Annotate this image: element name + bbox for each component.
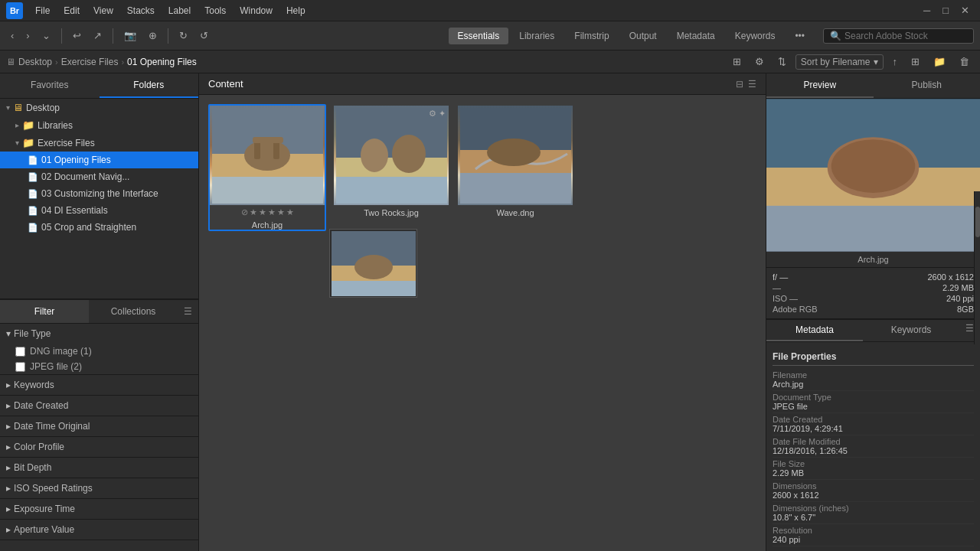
menu-tools[interactable]: Tools xyxy=(198,4,232,18)
filter-checkbox-jpeg[interactable] xyxy=(15,362,25,372)
tree-item-03[interactable]: 📄 03 Customizing the Interface xyxy=(0,185,198,202)
file-icon-05: 📄 xyxy=(28,223,38,233)
breadcrumb-grid-btn[interactable]: ⊞ xyxy=(728,54,746,70)
meta-value-datemodified: 12/18/2016, 1:26:45 xyxy=(773,446,974,455)
sort-dropdown[interactable]: Sort by Filename ▾ xyxy=(795,54,884,70)
search-input[interactable] xyxy=(844,31,967,41)
tree-item-01[interactable]: 📄 01 Opening Files xyxy=(0,152,198,168)
tab-filmstrip[interactable]: Filmstrip xyxy=(565,28,618,44)
nav-dropdown-button[interactable]: ⌄ xyxy=(38,28,55,44)
toolbar-sep3 xyxy=(168,28,168,44)
tab-filter[interactable]: Filter xyxy=(0,300,89,323)
view-options-button[interactable]: ⊞ xyxy=(906,54,924,70)
tree-item-desktop[interactable]: ▾ 🖥 Desktop xyxy=(0,99,198,116)
tab-metadata[interactable]: Metadata xyxy=(668,28,724,44)
preview-svg xyxy=(766,99,980,252)
breadcrumb-exercise-files[interactable]: Exercise Files xyxy=(61,57,119,67)
scrollbar-thumb[interactable] xyxy=(975,207,980,237)
content-title: Content xyxy=(208,78,243,90)
metadata-keywords-tabs: Metadata Keywords ☰ xyxy=(766,319,980,342)
breadcrumb-desktop[interactable]: Desktop xyxy=(18,57,52,67)
thumbnail-img-arch xyxy=(210,106,325,205)
tab-publish[interactable]: Publish xyxy=(874,73,981,98)
filter-datecreated-header[interactable]: ▸ Date Created xyxy=(0,396,198,416)
camera-button[interactable]: 📷 xyxy=(119,28,141,44)
delete-button[interactable]: 🗑 xyxy=(955,54,974,70)
thumbnail-wave[interactable]: Wave.dng xyxy=(456,104,574,231)
right-panel-scrollbar[interactable] xyxy=(974,191,980,344)
folder-icon-exercise: 📁 xyxy=(22,137,34,148)
sort-dir-button[interactable]: ↑ xyxy=(888,54,903,70)
chevron-right-datecreated: ▸ xyxy=(6,400,11,411)
star3[interactable]: ★ xyxy=(268,207,276,217)
filter-colorprofile-header[interactable]: ▸ Color Profile xyxy=(0,437,198,457)
breadcrumb-sort-btn[interactable]: ⇅ xyxy=(773,54,791,70)
tab-collections[interactable]: Collections xyxy=(89,300,178,323)
tab-keywords-right[interactable]: Keywords xyxy=(863,320,959,341)
filter-section-exposure: ▸ Exposure Time xyxy=(0,499,198,520)
tab-essentials[interactable]: Essentials xyxy=(449,28,509,44)
reveal-button[interactable]: ↗ xyxy=(89,28,106,44)
filter-filetype-header[interactable]: ▾ File Type xyxy=(0,324,198,344)
meta-label-datecreated: Date Created xyxy=(773,415,974,424)
tab-libraries[interactable]: Libraries xyxy=(510,28,564,44)
filter-section-filetype: ▾ File Type DNG image (1) JPEG file (2) xyxy=(0,324,198,375)
star4[interactable]: ★ xyxy=(277,207,285,217)
forward-button[interactable]: › xyxy=(21,28,34,44)
file-icon-01: 📄 xyxy=(28,155,38,165)
return-button[interactable]: ↩ xyxy=(68,28,86,44)
star5[interactable]: ★ xyxy=(286,207,294,217)
star1[interactable]: ★ xyxy=(250,207,257,217)
thumbnail-arch[interactable]: ⊘ ★ ★ ★ ★ ★ Arch.jpg xyxy=(208,104,326,231)
panel-tabs: Favorites Folders xyxy=(0,73,198,99)
filter-datetimeoriginal-header[interactable]: ▸ Date Time Original xyxy=(0,416,198,436)
menu-view[interactable]: View xyxy=(87,4,119,18)
maximize-button[interactable]: □ xyxy=(938,2,953,18)
menu-label[interactable]: Label xyxy=(162,4,197,18)
tab-metadata-right[interactable]: Metadata xyxy=(766,320,863,341)
filter-checkbox-dng[interactable] xyxy=(15,347,25,357)
filter-bitdepth-header[interactable]: ▸ Bit Depth xyxy=(0,458,198,478)
copy-button[interactable]: ⊕ xyxy=(144,28,162,44)
filter-keywords-label: Keywords xyxy=(14,380,54,390)
tab-keywords[interactable]: Keywords xyxy=(726,28,785,44)
star2[interactable]: ★ xyxy=(259,207,266,217)
menu-help[interactable]: Help xyxy=(280,4,312,18)
content-options-icon[interactable]: ☰ xyxy=(748,79,756,90)
tree-item-02[interactable]: 📄 02 Document Navig... xyxy=(0,168,198,185)
filter-aperture-header[interactable]: ▸ Aperture Value xyxy=(0,520,198,540)
breadcrumb-bar: 🖥 Desktop › Exercise Files › 01 Opening … xyxy=(0,51,980,73)
back-button[interactable]: ‹ xyxy=(6,28,18,44)
tab-preview[interactable]: Preview xyxy=(766,73,874,98)
filter-section-colorprofile: ▸ Color Profile xyxy=(0,437,198,458)
filter-iso-header[interactable]: ▸ ISO Speed Ratings xyxy=(0,478,198,498)
thumbnail-tworocks[interactable]: ⚙ ✦ Two Rocks.jpg xyxy=(332,104,450,231)
refresh-button[interactable]: ↻ xyxy=(175,28,192,44)
menu-file[interactable]: File xyxy=(29,4,56,18)
tab-favorites[interactable]: Favorites xyxy=(0,73,100,98)
content-panel: Content ⊟ ☰ xyxy=(199,73,766,551)
content-grid-icon[interactable]: ⊟ xyxy=(736,79,743,90)
rotate-button[interactable]: ↺ xyxy=(195,28,213,44)
filter-keywords-header[interactable]: ▸ Keywords xyxy=(0,375,198,395)
menu-window[interactable]: Window xyxy=(234,4,279,18)
meta-value-doctype: JPEG file xyxy=(773,402,974,411)
tree-item-exercise-files[interactable]: ▾ 📁 Exercise Files xyxy=(0,134,198,152)
new-folder-button[interactable]: 📁 xyxy=(929,54,950,70)
close-button[interactable]: ✕ xyxy=(956,2,974,18)
tab-more[interactable]: ••• xyxy=(786,28,814,44)
breadcrumb-filter-btn[interactable]: ⚙ xyxy=(750,54,769,70)
menu-stacks[interactable]: Stacks xyxy=(121,4,161,18)
filter-section-datecreated: ▸ Date Created xyxy=(0,396,198,416)
tab-folders[interactable]: Folders xyxy=(100,73,199,98)
menu-edit[interactable]: Edit xyxy=(57,4,86,18)
tab-output[interactable]: Output xyxy=(620,28,666,44)
tree-item-04[interactable]: 📄 04 DI Essentials xyxy=(0,202,198,219)
minimize-button[interactable]: ─ xyxy=(919,2,935,18)
filter-exposure-header[interactable]: ▸ Exposure Time xyxy=(0,499,198,519)
content-grid: ⊘ ★ ★ ★ ★ ★ Arch.jpg ⚙ ✦ xyxy=(199,95,766,551)
meta-row-resolution: Resolution 240 ppi xyxy=(773,524,974,546)
filter-options-icon[interactable]: ☰ xyxy=(178,303,198,320)
tree-item-libraries[interactable]: ▸ 📁 Libraries xyxy=(0,116,198,134)
tree-item-05[interactable]: 📄 05 Crop and Straighten xyxy=(0,219,198,236)
